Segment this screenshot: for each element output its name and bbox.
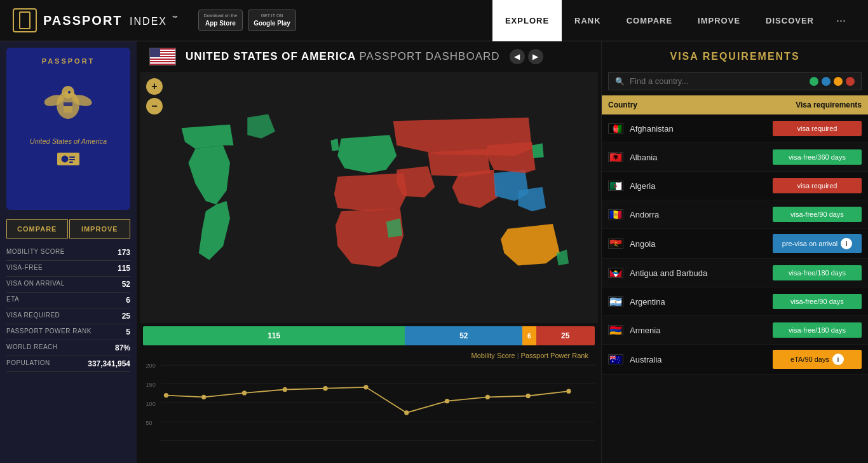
map-controls: + − xyxy=(146,78,163,114)
country-name: Afghanistan xyxy=(630,124,773,134)
svg-text:150: 150 xyxy=(146,382,156,388)
table-row[interactable]: 🇦🇱 Albania visa-free/360 days xyxy=(602,143,868,172)
nav-rank[interactable]: RANK xyxy=(562,0,614,41)
svg-rect-9 xyxy=(69,156,75,158)
chart-title: Mobility Score xyxy=(471,352,515,359)
nav-compare[interactable]: COMPARE xyxy=(614,0,685,41)
country-name: Antigua and Barbuda xyxy=(630,268,773,278)
table-row[interactable]: 🇦🇲 Armenia visa-free/180 days xyxy=(602,316,868,345)
filter-green[interactable] xyxy=(810,77,818,86)
filter-dots xyxy=(810,77,855,86)
table-row[interactable]: 🇩🇿 Algeria visa required xyxy=(602,172,868,200)
zoom-in-button[interactable]: + xyxy=(146,78,163,95)
visa-status-text: visa-free/180 days xyxy=(789,269,846,277)
country-name: Armenia xyxy=(630,326,773,335)
visa-badge: visa-free/90 days xyxy=(773,207,862,222)
stat-value: 25 xyxy=(122,312,130,321)
passport-card: PASSPORT xyxy=(6,48,130,210)
nav-more-dots[interactable]: ··· xyxy=(827,14,855,27)
info-button[interactable]: i xyxy=(841,238,852,249)
header-nav: EXPLORE RANK COMPARE IMPROVE DISCOVER ··… xyxy=(492,0,855,41)
filter-red[interactable] xyxy=(846,77,855,86)
search-icon: 🔍 xyxy=(615,77,625,86)
country-name: Algeria xyxy=(630,181,773,191)
header: PASSPORT INDEX ™ Download on the App Sto… xyxy=(0,0,868,41)
google-play-badge[interactable]: GET IT ON Google Play xyxy=(248,10,296,31)
stat-label: WORLD REACH xyxy=(6,343,58,352)
info-button[interactable]: i xyxy=(832,354,844,365)
country-flag: 🇦🇫 xyxy=(608,123,623,134)
visa-badge: visa required xyxy=(773,178,862,193)
improve-button[interactable]: IMPROVE xyxy=(69,219,131,238)
visa-requirements-title: VISA REQUIREMENTS xyxy=(602,41,868,72)
visa-badge: visa-free/180 days xyxy=(773,265,862,280)
country-flag: 🇦🇺 xyxy=(608,354,623,364)
dashboard-subtitle: PASSPORT DASHBOARD xyxy=(359,50,499,62)
filter-yellow[interactable] xyxy=(834,77,843,86)
stat-label: VISA ON ARRIVAL xyxy=(6,280,65,289)
svg-point-27 xyxy=(363,385,368,389)
logo-area: PASSPORT INDEX ™ xyxy=(13,8,179,32)
svg-rect-7 xyxy=(64,102,72,106)
svg-point-25 xyxy=(283,387,287,392)
svg-point-28 xyxy=(404,410,409,415)
stat-label: VISA REQUIRED xyxy=(6,312,60,321)
country-flag: 🇦🇷 xyxy=(608,296,623,307)
stat-label: PASSPORT POWER RANK xyxy=(6,328,92,336)
passport-icon xyxy=(57,153,79,165)
svg-point-32 xyxy=(566,389,571,394)
logo-tm: ™ xyxy=(172,15,179,21)
filter-blue[interactable] xyxy=(822,77,831,86)
visa-badge: visa-free/180 days xyxy=(773,322,862,338)
world-map-svg xyxy=(140,72,598,323)
score-bar-container: 115 52 6 25 xyxy=(137,323,601,349)
google-play-label: GET IT ON xyxy=(261,13,283,19)
country-flag: 🇦🇴 xyxy=(608,238,623,249)
svg-point-29 xyxy=(445,399,449,403)
passport-country-name: United States of America xyxy=(30,137,107,146)
table-row[interactable]: 🇦🇷 Argentina visa-free/90 days xyxy=(602,287,868,316)
stat-row: VISA-FREE 115 xyxy=(6,261,130,277)
nav-explore[interactable]: EXPLORE xyxy=(492,0,562,41)
visa-rows: 🇦🇫 Afghanistan visa required 🇦🇱 Albania … xyxy=(602,114,868,463)
app-store-badge[interactable]: Download on the App Store xyxy=(198,10,243,31)
logo-passport: PASSPORT xyxy=(43,13,123,27)
table-row[interactable]: 🇦🇺 Australia eTA/90 days i xyxy=(602,345,868,375)
zoom-out-button[interactable]: − xyxy=(146,98,163,114)
visa-status-text: pre-visa on arrival xyxy=(782,240,837,247)
mobility-chart: Mobility Score | Passport Power Rank 200… xyxy=(137,349,601,463)
svg-point-24 xyxy=(242,390,247,395)
nav-improve[interactable]: IMPROVE xyxy=(685,0,753,41)
stat-value: 5 xyxy=(126,328,130,336)
table-row[interactable]: 🇦🇫 Afghanistan visa required xyxy=(602,114,868,143)
stat-row: ETA 6 xyxy=(6,293,130,308)
next-country-arrow[interactable]: ▶ xyxy=(528,49,543,64)
sidebar: PASSPORT xyxy=(0,41,137,463)
table-row[interactable]: 🇦🇩 Andorra visa-free/90 days xyxy=(602,200,868,229)
stat-row: POPULATION 337,341,954 xyxy=(6,356,130,372)
stat-label: MOBILITY SCORE xyxy=(6,248,65,257)
country-search-bar[interactable]: 🔍 xyxy=(608,72,862,90)
world-map[interactable]: + − xyxy=(140,72,598,323)
country-search-input[interactable] xyxy=(630,76,804,86)
stat-value: 52 xyxy=(122,280,130,289)
table-row[interactable]: 🇦🇴 Angola pre-visa on arrival i xyxy=(602,229,868,259)
visa-required-segment: 25 xyxy=(536,326,595,345)
country-name: Argentina xyxy=(630,297,773,307)
table-row[interactable]: 🇦🇬 Antigua and Barbuda visa-free/180 day… xyxy=(602,259,868,287)
stat-label: ETA xyxy=(6,296,19,305)
compare-button[interactable]: COMPARE xyxy=(6,219,68,238)
content-area: UNITED STATES OF AMERICA PASSPORT DASHBO… xyxy=(137,41,601,463)
country-name: Angola xyxy=(630,239,773,249)
stat-value: 115 xyxy=(118,264,130,273)
visa-badge: visa required xyxy=(773,121,862,136)
svg-point-26 xyxy=(323,386,327,390)
svg-rect-11 xyxy=(69,162,73,163)
visa-free-segment: 115 xyxy=(143,326,405,345)
country-flag: 🇦🇬 xyxy=(608,268,623,278)
prev-country-arrow[interactable]: ◀ xyxy=(510,49,525,64)
svg-text:200: 200 xyxy=(146,363,156,369)
nav-discover[interactable]: DISCOVER xyxy=(753,0,827,41)
country-flag: 🇩🇿 xyxy=(608,181,623,191)
stat-value: 337,341,954 xyxy=(88,359,130,368)
